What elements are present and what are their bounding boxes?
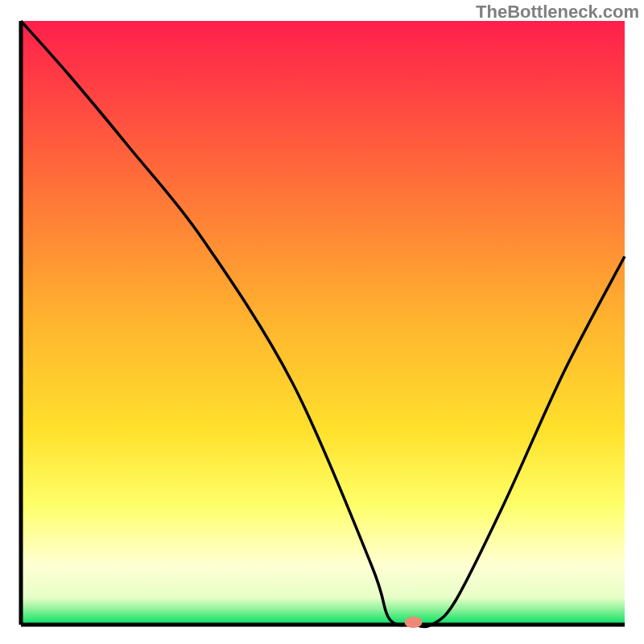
gradient-background [21,21,625,625]
bottleneck-chart [0,0,644,644]
chart-container: TheBottleneck.com [0,0,644,644]
watermark-text: TheBottleneck.com [476,2,639,23]
marker-dot [405,617,423,628]
